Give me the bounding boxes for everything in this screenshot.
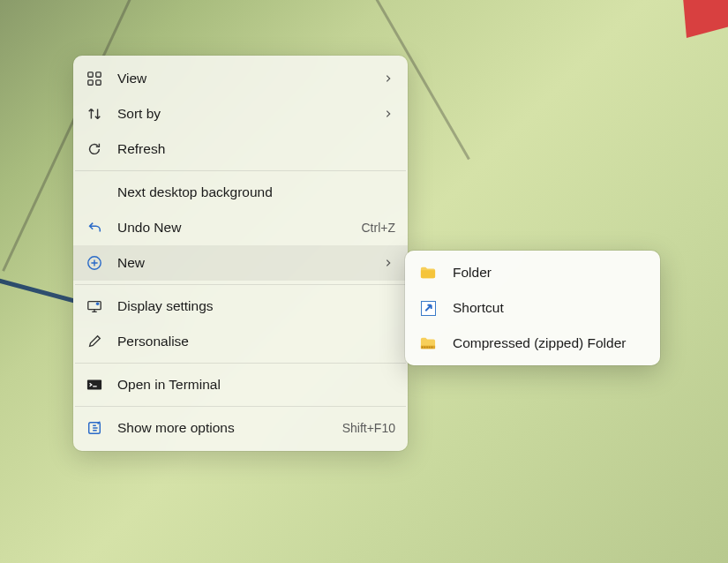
menu-item-sort-by[interactable]: Sort by [73,96,408,131]
menu-label: Refresh [117,141,395,157]
menu-label: Shortcut [453,300,646,316]
menu-item-personalise[interactable]: Personalise [73,324,408,359]
svg-rect-9 [421,346,435,349]
terminal-icon [86,376,103,394]
menu-item-new[interactable]: New [73,245,408,281]
svg-rect-5 [88,302,101,310]
menu-label: Display settings [117,298,395,314]
personalise-brush-icon [86,333,103,350]
more-options-icon [86,419,103,437]
chevron-right-icon [381,259,395,267]
submenu-new: Folder Shortcut Compressed (zipped) Fold… [405,251,660,365]
undo-icon [86,219,103,236]
menu-separator [75,170,406,171]
sort-arrows-icon [86,105,103,123]
svg-point-6 [96,303,100,306]
view-grid-icon [86,70,103,87]
menu-separator [75,363,406,364]
display-settings-icon [86,297,103,315]
menu-item-display-settings[interactable]: Display settings [73,289,408,324]
menu-label: Open in Terminal [117,377,395,393]
menu-label: Personalise [117,334,395,349]
submenu-item-folder[interactable]: Folder [405,255,660,290]
shortcut-hint: Ctrl+Z [362,221,396,235]
menu-item-show-more-options[interactable]: Show more options Shift+F10 [73,410,408,446]
menu-label: Show more options [117,420,342,436]
menu-separator [75,406,406,407]
menu-label: Next desktop background [117,184,395,200]
menu-item-undo[interactable]: Undo New Ctrl+Z [73,210,408,245]
shortcut-hint: Shift+F10 [342,421,395,435]
desktop-context-menu: View Sort by Refresh Next desktop backgr… [73,56,408,451]
svg-rect-7 [87,380,101,390]
menu-label: Undo New [117,220,362,236]
menu-item-refresh[interactable]: Refresh [73,131,408,167]
menu-item-next-background[interactable]: Next desktop background [73,175,408,210]
zip-folder-icon [419,334,437,352]
menu-label: Compressed (zipped) Folder [453,335,646,351]
menu-label: View [117,71,381,86]
menu-separator [75,284,406,285]
menu-item-view[interactable]: View [73,61,408,96]
submenu-item-compressed-folder[interactable]: Compressed (zipped) Folder [405,326,660,361]
svg-rect-0 [88,72,93,77]
shortcut-icon [419,299,437,317]
submenu-item-shortcut[interactable]: Shortcut [405,290,660,326]
svg-rect-2 [88,80,93,85]
chevron-right-icon [381,74,395,83]
refresh-icon [86,140,103,158]
new-plus-icon [86,254,103,272]
menu-label: Sort by [117,106,381,122]
chevron-right-icon [381,109,395,118]
svg-rect-1 [96,72,101,77]
menu-item-open-terminal[interactable]: Open in Terminal [73,367,408,402]
wallpaper-corner-tag [683,0,728,38]
menu-label: Folder [453,265,646,281]
svg-rect-3 [96,80,101,85]
folder-icon [419,264,437,282]
menu-label: New [117,255,381,271]
blank-icon [86,184,103,201]
